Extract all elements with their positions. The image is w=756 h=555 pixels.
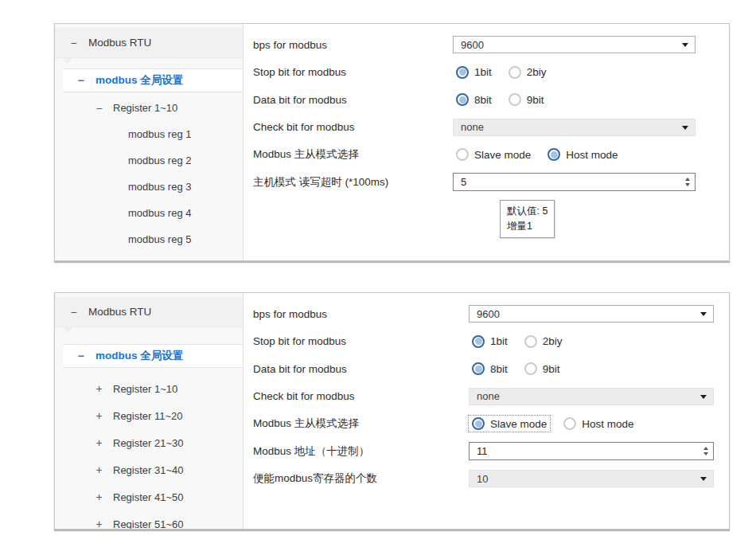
radio-unselected-icon[interactable] [563, 417, 576, 430]
radio-option-2biy[interactable]: 2biy [521, 334, 566, 350]
radio-selected-icon[interactable] [472, 335, 485, 348]
radio-unselected-icon[interactable] [524, 335, 537, 348]
param-row: 便能modbus寄存器的个数 10 [244, 465, 729, 493]
tree-notch-icon [62, 58, 73, 64]
radio-unselected-icon[interactable] [509, 93, 521, 106]
radio-option-host-mode[interactable]: Host mode [560, 416, 637, 432]
expand-icon[interactable]: + [95, 518, 103, 530]
tree-item-register-31-40[interactable]: + Register 31~40 [55, 456, 243, 483]
data-bit-radio-group: 8bit 9bit [453, 92, 548, 107]
config-panel-top: − Modbus RTU − modbus 全局设置 − Register 1~… [54, 23, 730, 261]
check-bit-select[interactable]: none [453, 119, 696, 136]
tree-item-label: modbus 全局设置 [95, 73, 183, 88]
expand-icon[interactable]: + [95, 382, 103, 395]
tree-item-register-51-60[interactable]: + Register 51~60 [55, 510, 243, 530]
tree-item-modbus-rtu[interactable]: − Modbus RTU [55, 28, 243, 58]
tree-item-label: Modbus RTU [88, 37, 151, 49]
radio-option-slave-mode[interactable]: Slave mode [469, 416, 550, 432]
spinner-buttons [685, 174, 690, 190]
param-label: bps for modbus [253, 308, 469, 320]
tree-item-label: modbus reg 2 [128, 154, 192, 166]
spinner-buttons [703, 443, 708, 459]
check-bit-select[interactable]: none [469, 388, 714, 405]
param-row: bps for modbus 9600 [244, 31, 729, 59]
param-row: 主机模式 读写超时 (*100ms) 5 [244, 169, 729, 197]
collapse-icon[interactable]: − [95, 102, 103, 115]
collapse-icon[interactable]: − [76, 74, 85, 87]
param-label: Check bit for modbus [253, 390, 469, 402]
param-label: Data bit for modbus [253, 94, 453, 106]
radio-option-9bit[interactable]: 9bit [505, 92, 548, 107]
register-count-select[interactable]: 10 [469, 470, 714, 487]
bps-for-modbus-select[interactable]: 9600 [469, 305, 714, 322]
tree-item-modbus-reg-4[interactable]: modbus reg 4 [55, 200, 243, 226]
radio-unselected-icon[interactable] [509, 66, 521, 79]
tree-item-register-1-10[interactable]: − Register 1~10 [55, 95, 243, 121]
radio-option-slave-mode[interactable]: Slave mode [453, 147, 534, 162]
spinner-up-icon[interactable] [703, 447, 708, 450]
tree-notch-icon [62, 327, 73, 333]
tree-item-register-21-30[interactable]: + Register 21~30 [55, 429, 243, 456]
host-timeout-spinner[interactable]: 5 [453, 173, 696, 191]
tree-item-label: Register 11~20 [113, 410, 183, 422]
bps-for-modbus-select[interactable]: 9600 [453, 36, 696, 53]
expand-icon[interactable]: + [95, 409, 103, 422]
param-label: Modbus 主从模式选择 [253, 416, 469, 431]
tree-item-label: modbus reg 5 [128, 233, 192, 245]
parameter-form: bps for modbus 9600 Stop bit for modbus … [244, 293, 729, 529]
radio-selected-icon[interactable] [472, 417, 485, 430]
tree-item-label: Modbus RTU [88, 306, 151, 318]
radio-selected-icon[interactable] [548, 148, 560, 161]
tree-item-modbus-reg-5[interactable]: modbus reg 5 [55, 226, 243, 252]
radio-unselected-icon[interactable] [524, 362, 537, 375]
spinner-up-icon[interactable] [685, 178, 690, 181]
radio-option-9bit[interactable]: 9bit [521, 361, 563, 377]
radio-option-host-mode[interactable]: Host mode [544, 147, 621, 162]
radio-selected-icon[interactable] [472, 362, 485, 375]
param-label: Data bit for modbus [253, 363, 469, 375]
collapse-icon[interactable]: − [69, 37, 78, 49]
tooltip-line: 默认值: 5 [507, 204, 548, 219]
dropdown-arrow-icon [700, 312, 707, 316]
collapse-icon[interactable]: − [69, 306, 78, 319]
expand-icon[interactable]: + [95, 463, 103, 476]
tree-item-register-11-20[interactable]: + Register 11~20 [55, 402, 243, 429]
radio-option-8bit[interactable]: 8bit [469, 361, 511, 377]
expand-icon[interactable]: + [95, 436, 103, 449]
radio-selected-icon[interactable] [456, 66, 469, 79]
dropdown-arrow-icon [682, 126, 688, 130]
radio-option-1bit[interactable]: 1bit [469, 334, 511, 350]
tree-item-register-1-10[interactable]: + Register 1~10 [55, 375, 243, 402]
radio-unselected-icon[interactable] [456, 148, 469, 161]
tree-item-modbus-global-settings[interactable]: − modbus 全局设置 [63, 344, 243, 368]
modbus-address-spinner[interactable]: 11 [469, 442, 714, 460]
tree-item-modbus-reg-2[interactable]: modbus reg 2 [55, 147, 243, 174]
tree-item-label: Register 41~50 [113, 491, 184, 503]
stop-bit-radio-group: 1bit 2biy [453, 64, 550, 80]
select-value: 9600 [461, 39, 484, 51]
spinner-down-icon[interactable] [685, 183, 690, 186]
select-value: none [461, 121, 484, 133]
spinner-down-icon[interactable] [703, 452, 708, 455]
tree-item-modbus-reg-6[interactable]: modbus reg 6 [55, 252, 243, 261]
tree-item-modbus-reg-3[interactable]: modbus reg 3 [55, 174, 243, 200]
param-label: bps for modbus [253, 39, 453, 51]
param-label: Stop bit for modbus [253, 335, 469, 347]
tree-item-modbus-global-settings[interactable]: − modbus 全局设置 [63, 68, 243, 92]
collapse-icon[interactable]: − [76, 350, 85, 362]
radio-option-8bit[interactable]: 8bit [453, 92, 495, 107]
radio-option-2biy[interactable]: 2biy [505, 64, 550, 80]
param-row: Modbus 主从模式选择 Slave mode Host mode [244, 141, 729, 169]
dropdown-arrow-icon [700, 395, 707, 399]
tree-item-modbus-rtu[interactable]: − Modbus RTU [55, 297, 243, 327]
expand-icon[interactable]: + [95, 491, 103, 503]
radio-option-1bit[interactable]: 1bit [453, 64, 495, 80]
radio-selected-icon[interactable] [456, 93, 469, 106]
tree-item-label: modbus 全局设置 [95, 349, 183, 363]
tree-item-register-41-50[interactable]: + Register 41~50 [55, 483, 243, 510]
default-value-tooltip: 默认值: 5 增量1 [500, 200, 555, 238]
param-row: Modbus 地址（十进制） 11 [244, 438, 729, 466]
spinner-value: 11 [477, 445, 488, 457]
tree-item-modbus-reg-1[interactable]: modbus reg 1 [55, 121, 243, 147]
param-label: Modbus 主从模式选择 [253, 147, 453, 162]
